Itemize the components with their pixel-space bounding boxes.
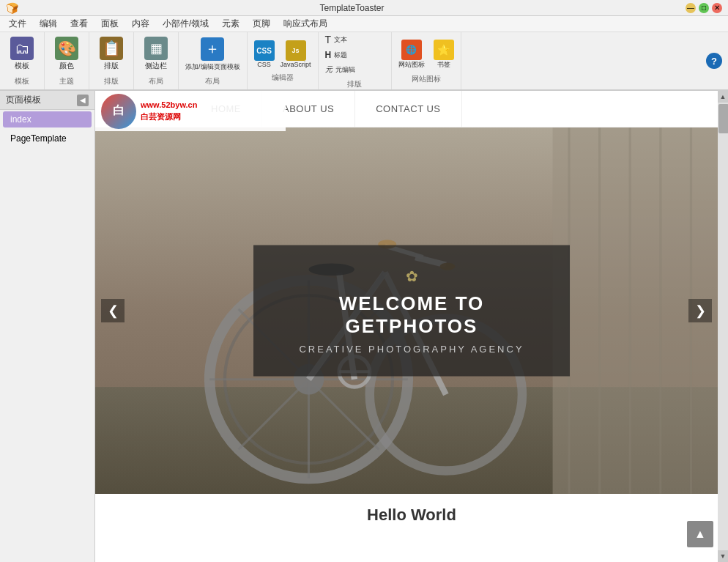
- scrollbar-thumb[interactable]: [718, 104, 728, 133]
- addpage-label: 添加/编辑页面模板: [185, 62, 240, 72]
- site-icon-button[interactable]: 🌐 网站图标: [396, 38, 427, 71]
- color-button[interactable]: 🎨 颜色: [51, 35, 83, 72]
- hero-subtitle: CREATIVE PHOTOGRAPHY AGENCY: [290, 344, 533, 355]
- toolbar-group-template: 🗂 模板 模板: [0, 32, 45, 89]
- maximize-button[interactable]: □: [699, 3, 709, 13]
- main-area: 页面模板 ◀ index PageTemplate 白 www.52byw.cn…: [0, 91, 728, 562]
- menu-bar: 文件 编辑 查看 面板 内容 小部件/领域 元素 页脚 响应式布局: [0, 16, 728, 32]
- preview-window: HOME ABOUT US CONTACT US: [95, 91, 728, 562]
- code-group-label: 编辑器: [252, 73, 313, 83]
- title-bar: 🍞 TemplateToaster — □ ✕: [0, 0, 728, 16]
- panel-toggle-button[interactable]: ◀: [77, 95, 89, 106]
- add-page-button[interactable]: ＋ 添加/编辑页面模板: [183, 36, 242, 73]
- app-title: TemplateToaster: [18, 3, 686, 13]
- color-label: 颜色: [59, 62, 74, 70]
- hero-prev-button[interactable]: ❮: [101, 299, 125, 322]
- hello-section: Hello World: [95, 494, 728, 536]
- left-panel-header: 页面模板 ◀: [0, 91, 94, 110]
- toolbar-group-code: CSS CSS Js JavaScript 编辑器: [248, 32, 319, 89]
- toolbar-container: 🗂 模板 模板 🎨 颜色 主题 📋 排版 排版 ▦ 侧边栏: [0, 32, 728, 91]
- sidebar-item-index[interactable]: index: [3, 111, 92, 127]
- heading-label: 标题: [334, 51, 347, 60]
- layout-group-label: 排版: [104, 76, 119, 86]
- menu-view[interactable]: 查看: [64, 16, 94, 32]
- hero-next-button[interactable]: ❯: [688, 299, 712, 322]
- layout-button[interactable]: 📋 排版: [95, 35, 127, 72]
- content-area: 白 www.52byw.cn 白芸资源网 HOME ABOUT US CONTA…: [95, 91, 728, 562]
- text-row-top: T 文本: [323, 32, 387, 47]
- color-group-label: 主题: [59, 76, 74, 86]
- siteicons-row: 🌐 网站图标 ⭐ 书签: [396, 38, 456, 71]
- left-panel: 页面模板 ◀ index PageTemplate: [0, 91, 95, 562]
- menu-file[interactable]: 文件: [3, 16, 32, 32]
- svg-rect-4: [598, 127, 601, 494]
- heading-button[interactable]: H 标题: [323, 48, 350, 62]
- hero-leaf-icon: ✿: [290, 267, 533, 285]
- heading-row: H 标题: [323, 48, 387, 62]
- text-label: 文本: [334, 35, 347, 45]
- hero-title: WELCOME TO GETPHOTOS: [290, 292, 533, 338]
- menu-content[interactable]: 内容: [126, 16, 155, 32]
- toolbar-group-color: 🎨 颜色 主题: [45, 32, 89, 89]
- toolbar-group-types: ＋ 添加/编辑页面模板 布局: [179, 32, 248, 89]
- svg-rect-5: [629, 127, 631, 494]
- meta-row: 元 元编辑: [323, 63, 387, 76]
- toolbar-group-sidebar: ▦ 侧边栏 布局: [134, 32, 179, 89]
- hero-overlay: ✿ WELCOME TO GETPHOTOS CREATIVE PHOTOGRA…: [253, 245, 570, 377]
- toolbar-group-layout: 📋 排版 排版: [89, 32, 134, 89]
- menu-edit[interactable]: 编辑: [34, 16, 63, 32]
- js-label: JavaScript: [281, 61, 311, 68]
- left-panel-title: 页面模板: [6, 94, 41, 106]
- scrollbar-right[interactable]: ▲ ▼: [718, 91, 728, 562]
- sidebar-item-pagetemplate[interactable]: PageTemplate: [3, 130, 92, 147]
- minimize-button[interactable]: —: [686, 3, 696, 13]
- close-button[interactable]: ✕: [712, 3, 722, 13]
- text-button[interactable]: T 文本: [323, 32, 350, 47]
- help-button[interactable]: ?: [706, 53, 722, 69]
- menu-responsive[interactable]: 响应式布局: [278, 16, 333, 32]
- hello-title: Hello World: [107, 506, 716, 525]
- template-button[interactable]: 🗂 模板: [6, 35, 38, 72]
- code-row-top: CSS CSS Js JavaScript: [252, 39, 313, 70]
- layout-label: 排版: [104, 62, 119, 70]
- toolbar-group-siteicons: 🌐 网站图标 ⭐ 书签 网站图标: [392, 32, 461, 89]
- addpage-group-label: 布局: [183, 76, 242, 86]
- window-controls: — □ ✕: [686, 3, 722, 13]
- menu-element[interactable]: 元素: [216, 16, 245, 32]
- menu-panel[interactable]: 面板: [95, 16, 125, 32]
- css-label: CSS: [257, 61, 271, 68]
- sidebar-group-label: 布局: [149, 76, 163, 86]
- bookmark-label: 书签: [437, 60, 450, 70]
- hero-section: ✿ WELCOME TO GETPHOTOS CREATIVE PHOTOGRA…: [95, 127, 728, 494]
- metaedit-label: 元编辑: [335, 65, 355, 75]
- siteicon-label: 网站图标: [398, 60, 425, 70]
- toolbar-group-text: T 文本 H 标题 元 元编辑 排版: [319, 32, 392, 89]
- metaedit-button[interactable]: 元 元编辑: [323, 63, 357, 76]
- scrollbar-up-arrow[interactable]: ▲: [718, 91, 728, 103]
- sidebar-button[interactable]: ▦ 侧边栏: [140, 35, 172, 72]
- website-nav: HOME ABOUT US CONTACT US: [95, 91, 728, 127]
- nav-tab-home[interactable]: HOME: [190, 91, 262, 127]
- menu-footer[interactable]: 页脚: [247, 16, 276, 32]
- text-group-label: 排版: [323, 79, 387, 89]
- scrollbar-down-arrow[interactable]: ▼: [718, 550, 728, 562]
- bookmark-button[interactable]: ⭐ 书签: [431, 38, 456, 71]
- javascript-button[interactable]: Js JavaScript: [278, 39, 313, 70]
- toolbar: 🗂 模板 模板 🎨 颜色 主题 📋 排版 排版 ▦ 侧边栏: [0, 32, 728, 91]
- app-icon: 🍞: [6, 2, 18, 14]
- type-row-top: ＋ 添加/编辑页面模板: [183, 36, 242, 73]
- siteicons-group-label: 网站图标: [396, 74, 456, 84]
- svg-rect-6: [659, 127, 661, 494]
- sidebar-label: 侧边栏: [145, 62, 167, 70]
- template-label: 模板: [15, 62, 29, 70]
- css-button[interactable]: CSS CSS: [252, 39, 277, 70]
- menu-widget[interactable]: 小部件/领域: [157, 16, 215, 32]
- nav-tab-about[interactable]: ABOUT US: [262, 91, 355, 127]
- template-group-label: 模板: [15, 76, 29, 86]
- scroll-to-top-button[interactable]: ▲: [687, 521, 713, 547]
- nav-tab-contact[interactable]: CONTACT US: [355, 91, 461, 127]
